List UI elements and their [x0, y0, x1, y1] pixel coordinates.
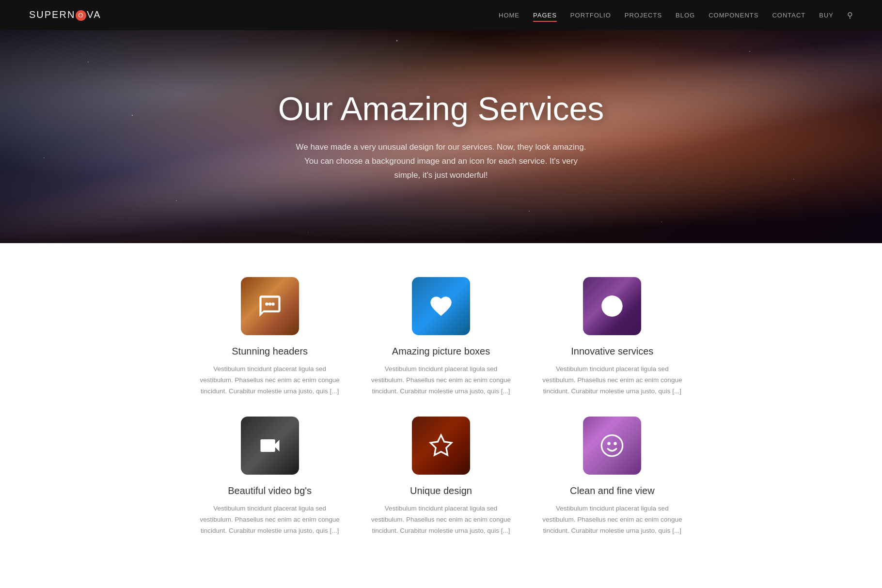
services-grid: Stunning headers Vestibulum tincidunt pl…: [199, 277, 683, 537]
service-desc-4: Vestibulum tincidunt placerat ligula sed…: [199, 503, 341, 537]
service-desc-3: Vestibulum tincidunt placerat ligula sed…: [541, 364, 683, 397]
hero-subtitle: We have made a very unusual design for o…: [278, 140, 604, 183]
service-icon-box-3: [583, 277, 641, 335]
video-icon: [257, 433, 283, 458]
nav-item-buy[interactable]: BUY: [819, 11, 834, 19]
svg-point-1: [268, 302, 271, 306]
svg-point-4: [610, 301, 614, 305]
nav-item-components[interactable]: COMPONENTS: [709, 11, 758, 19]
nav-item-portfolio[interactable]: PORTFOLIO: [570, 11, 611, 19]
svg-point-2: [271, 302, 275, 306]
service-item-5: Unique design Vestibulum tincidunt place…: [370, 417, 512, 537]
nav-item-projects[interactable]: PROJECTS: [625, 11, 662, 19]
service-icon-box-5: [412, 417, 470, 475]
nav-item-contact[interactable]: CONTACT: [772, 11, 805, 19]
chat-icon: [257, 294, 283, 319]
navbar: SUPERNOVA HOME PAGES PORTFOLIO PROJECTS …: [0, 0, 882, 30]
search-icon[interactable]: ⚲: [847, 11, 853, 19]
service-item-2: Amazing picture boxes Vestibulum tincidu…: [370, 277, 512, 397]
nav-link-components[interactable]: COMPONENTS: [709, 12, 758, 21]
logo-circle: O: [76, 10, 86, 21]
service-icon-box-6: [583, 417, 641, 475]
logo: SUPERNOVA: [29, 9, 101, 21]
service-desc-1: Vestibulum tincidunt placerat ligula sed…: [199, 364, 341, 397]
nav-item-blog[interactable]: BLOG: [676, 11, 695, 19]
nav-link-pages[interactable]: PAGES: [533, 12, 557, 22]
svg-point-6: [608, 442, 611, 445]
service-item-3: Innovative services Vestibulum tincidunt…: [541, 277, 683, 397]
service-item-6: Clean and fine view Vestibulum tincidunt…: [541, 417, 683, 537]
services-section: Stunning headers Vestibulum tincidunt pl…: [0, 243, 882, 566]
service-title-1: Stunning headers: [199, 346, 341, 357]
heart-icon: [428, 294, 454, 319]
service-desc-6: Vestibulum tincidunt placerat ligula sed…: [541, 503, 683, 537]
service-icon-box-4: [241, 417, 299, 475]
star-icon: [428, 433, 454, 458]
hero-content: Our Amazing Services We have made a very…: [268, 91, 614, 182]
smiley-icon: [599, 433, 625, 458]
service-title-6: Clean and fine view: [541, 485, 683, 496]
rocket-icon: [599, 294, 625, 319]
service-desc-5: Vestibulum tincidunt placerat ligula sed…: [370, 503, 512, 537]
service-title-5: Unique design: [370, 485, 512, 496]
hero-title: Our Amazing Services: [278, 91, 604, 127]
svg-point-7: [614, 442, 617, 445]
nav-item-search[interactable]: ⚲: [847, 11, 853, 20]
nav-item-pages[interactable]: PAGES: [533, 11, 557, 19]
nav-link-buy[interactable]: BUY: [819, 12, 834, 21]
nav-links: HOME PAGES PORTFOLIO PROJECTS BLOG COMPO…: [499, 11, 853, 20]
nav-link-blog[interactable]: BLOG: [676, 12, 695, 21]
nav-link-projects[interactable]: PROJECTS: [625, 12, 662, 21]
service-title-4: Beautiful video bg's: [199, 485, 341, 496]
svg-point-0: [265, 302, 268, 306]
service-title-2: Amazing picture boxes: [370, 346, 512, 357]
nav-link-portfolio[interactable]: PORTFOLIO: [570, 12, 611, 21]
nav-link-contact[interactable]: CONTACT: [772, 12, 805, 21]
nav-item-home[interactable]: HOME: [499, 11, 520, 19]
hero-section: Our Amazing Services We have made a very…: [0, 30, 882, 243]
service-desc-2: Vestibulum tincidunt placerat ligula sed…: [370, 364, 512, 397]
service-item-4: Beautiful video bg's Vestibulum tincidun…: [199, 417, 341, 537]
service-title-3: Innovative services: [541, 346, 683, 357]
service-icon-box-2: [412, 277, 470, 335]
nav-link-home[interactable]: HOME: [499, 12, 520, 21]
service-icon-box-1: [241, 277, 299, 335]
service-item-1: Stunning headers Vestibulum tincidunt pl…: [199, 277, 341, 397]
svg-point-5: [602, 435, 623, 456]
